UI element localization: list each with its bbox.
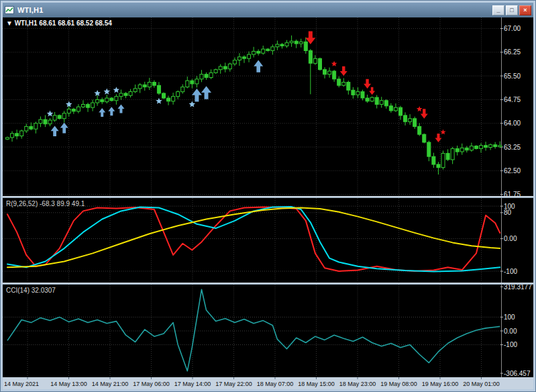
- svg-text:61.75: 61.75: [504, 191, 521, 196]
- axis-labels: 100800.00-100: [500, 203, 517, 275]
- maximize-button[interactable]: □: [506, 5, 518, 15]
- signal-star: [47, 111, 54, 117]
- mt4-window: WTI,H1 _ □ × 67.0066.2565.5064.7564.0063…: [0, 0, 536, 392]
- signal-star: [104, 89, 111, 95]
- price-panel: 67.0066.2565.5064.7564.0063.2562.5061.75…: [3, 17, 533, 196]
- buy-arrow: [254, 60, 263, 72]
- indicator1-panel: 100800.00-100 R(9,26,52) -68.3 89.9 49.1: [3, 198, 533, 283]
- svg-text:100: 100: [504, 313, 515, 321]
- time-labels: 14 May 202114 May 13:0014 May 21:0017 Ma…: [4, 377, 500, 387]
- minimize-button[interactable]: _: [492, 5, 504, 15]
- svg-text:-306.457: -306.457: [504, 370, 531, 377]
- signal-star: [156, 98, 162, 104]
- signal-star: [441, 130, 446, 135]
- app-icon: [5, 6, 14, 14]
- svg-text:17 May 22:00: 17 May 22:00: [215, 381, 252, 387]
- svg-text:319.3177: 319.3177: [504, 285, 532, 291]
- indicator2-panel: 319.31771000.00-100-306.457 CCI(14) 32.0…: [3, 285, 533, 377]
- close-button[interactable]: ×: [519, 5, 531, 15]
- r-indicator-canvas[interactable]: 100800.00-100: [3, 198, 533, 283]
- svg-text:65.50: 65.50: [504, 72, 521, 80]
- buy-arrow: [51, 126, 59, 136]
- signal-star: [113, 87, 120, 93]
- svg-text:0.00: 0.00: [504, 328, 517, 335]
- title-bar[interactable]: WTI,H1 _ □ ×: [3, 3, 533, 17]
- sell-arrow: [435, 134, 441, 142]
- svg-text:18 May 23:00: 18 May 23:00: [339, 381, 376, 387]
- sell-arrow: [340, 66, 347, 76]
- signal-star: [189, 101, 196, 107]
- svg-text:66.25: 66.25: [504, 48, 521, 56]
- sell-arrow: [421, 109, 428, 118]
- price-chart-canvas[interactable]: 67.0066.2565.5064.7564.0063.2562.5061.75: [3, 17, 533, 196]
- svg-text:18 May 15:00: 18 May 15:00: [298, 381, 335, 387]
- cci-line: [7, 289, 500, 371]
- buy-arrow: [99, 108, 105, 117]
- svg-text:80: 80: [504, 209, 512, 216]
- window-controls: _ □ ×: [492, 5, 531, 15]
- svg-text:20 May 01:00: 20 May 01:00: [463, 381, 500, 387]
- svg-text:64.75: 64.75: [504, 96, 521, 103]
- buy-arrow: [201, 86, 211, 99]
- buy-arrow: [60, 123, 68, 134]
- svg-text:63.25: 63.25: [504, 144, 521, 151]
- buy-arrow: [117, 104, 124, 113]
- svg-text:19 May 16:00: 19 May 16:00: [422, 381, 459, 387]
- indicator1-line-slow: [7, 208, 500, 268]
- svg-text:62.50: 62.50: [504, 167, 521, 175]
- grid-layer: [3, 285, 500, 377]
- svg-text:18 May 07:00: 18 May 07:00: [257, 381, 294, 387]
- cci-indicator-canvas[interactable]: 319.31771000.00-100-306.457: [3, 285, 533, 377]
- svg-text:14 May 21:00: 14 May 21:00: [92, 381, 129, 387]
- svg-text:17 May 14:00: 17 May 14:00: [174, 381, 211, 387]
- svg-text:64.00: 64.00: [504, 119, 521, 127]
- indicator1-line-medium: [7, 207, 500, 271]
- indicator1-lines: [7, 207, 500, 271]
- svg-text:17 May 06:00: 17 May 06:00: [133, 381, 170, 387]
- svg-text:14 May 13:00: 14 May 13:00: [50, 381, 87, 387]
- indicator1-line-fast: [7, 207, 500, 271]
- signal-star: [417, 106, 423, 111]
- signal-star: [94, 90, 101, 96]
- sell-arrow: [369, 87, 375, 95]
- time-axis[interactable]: 14 May 202114 May 13:0014 May 21:0017 Ma…: [3, 377, 533, 389]
- svg-text:-100: -100: [504, 341, 517, 348]
- candles-layer: [6, 36, 502, 175]
- window-title: WTI,H1: [17, 6, 489, 14]
- svg-text:-100: -100: [504, 268, 517, 275]
- axis-labels: 319.31771000.00-100-306.457: [500, 285, 532, 377]
- buy-arrow: [108, 107, 115, 115]
- svg-text:14 May 2021: 14 May 2021: [4, 381, 39, 387]
- grid-layer: [3, 198, 500, 283]
- svg-text:19 May 08:00: 19 May 08:00: [380, 381, 417, 387]
- svg-text:67.00: 67.00: [504, 25, 521, 32]
- axis-labels: 67.0066.2565.5064.7564.0063.2562.5061.75: [500, 25, 521, 196]
- sell-arrow: [364, 79, 371, 89]
- svg-text:0.00: 0.00: [504, 235, 517, 242]
- signal-star: [331, 61, 337, 66]
- signal-markers-layer: [47, 32, 446, 142]
- chart-area: 67.0066.2565.5064.7564.0063.2562.5061.75…: [3, 17, 533, 389]
